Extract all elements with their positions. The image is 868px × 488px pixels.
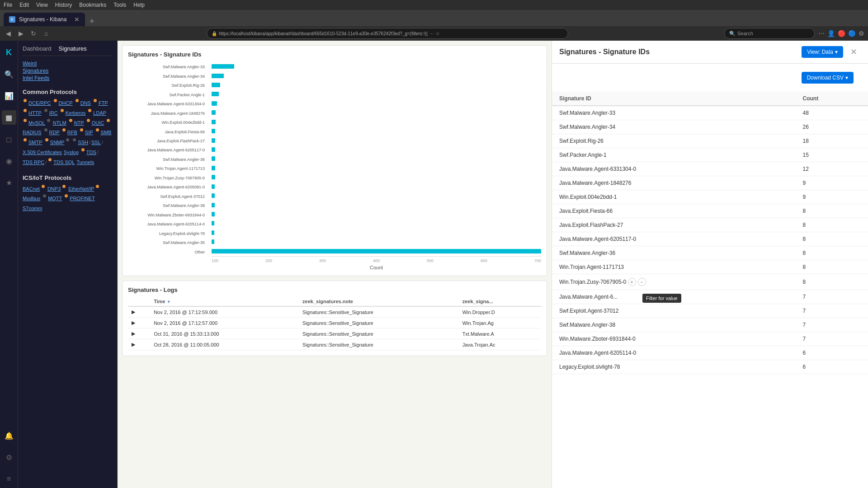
protocol-tds-sql[interactable]: TDS SQL (53, 158, 75, 167)
sidebar-icon-settings[interactable]: ⚙ (2, 450, 16, 465)
bar-row-7[interactable] (212, 128, 541, 134)
protocol-ntp[interactable]: NTP (74, 119, 84, 128)
protocol-modbus[interactable]: Modbus (23, 194, 40, 203)
protocol-bacnet[interactable]: BACnet (23, 185, 40, 194)
time-col-header[interactable]: Time ▼ (150, 297, 299, 306)
protocol-ntlm[interactable]: NTLM (53, 119, 66, 128)
bar-row-5[interactable] (212, 109, 541, 116)
protocol-ssh[interactable]: SSH (78, 138, 88, 147)
bar-row-9[interactable] (212, 146, 541, 153)
extensions-icon[interactable]: ⋯ (818, 30, 825, 37)
bar-row-6[interactable] (212, 119, 541, 125)
active-tab[interactable]: K Signatures - Kibana ✕ (4, 13, 85, 26)
protocol-http[interactable]: HTTP (28, 109, 42, 118)
protocol-dnp3[interactable]: DNP3 (47, 185, 61, 194)
sidebar-icon-canvas[interactable]: ◻ (2, 132, 16, 146)
profile-icon[interactable]: 👤 (827, 30, 835, 37)
bar-row-3[interactable] (212, 91, 541, 97)
protocol-irc[interactable]: IRC (49, 109, 58, 118)
bar-row-13[interactable] (212, 183, 541, 190)
protocol-tds-rpc[interactable]: TDS RPC (23, 158, 44, 167)
protocol-dns[interactable]: DNS (80, 99, 91, 108)
refresh-button[interactable]: ↻ (29, 30, 38, 37)
protocol-kerberos[interactable]: Kerberos (66, 109, 86, 118)
forward-button[interactable]: ▶ (16, 30, 25, 37)
bar-row-15[interactable] (212, 202, 541, 208)
menu-edit[interactable]: Edit (19, 2, 29, 8)
expand-btn-2[interactable]: ▶ (128, 328, 150, 339)
protocol-rdp[interactable]: RDP (49, 128, 60, 137)
bar-row-18[interactable] (212, 230, 541, 236)
bar-row-19[interactable] (212, 239, 541, 245)
bar-row-1[interactable] (212, 73, 541, 79)
bar-row-17[interactable] (212, 220, 541, 226)
addon-icon-2[interactable]: 🔵 (848, 30, 856, 37)
protocol-snmp[interactable]: SNMP (50, 138, 65, 147)
back-button[interactable]: ◀ (4, 30, 13, 37)
protocol-mqtt[interactable]: MQTT (48, 194, 62, 203)
protocol-tds[interactable]: TDS (86, 148, 96, 157)
sidebar-icon-maps[interactable]: ◉ (2, 154, 16, 168)
breadcrumb-signatures[interactable]: Signatures (59, 45, 87, 52)
filter-out-value-button[interactable]: − (638, 278, 646, 286)
expand-btn-3[interactable]: ▶ (128, 339, 150, 350)
protocol-profinet[interactable]: PROFINET (70, 194, 95, 203)
expand-btn-0[interactable]: ▶ (128, 306, 150, 318)
sidebar-icon-dashboard[interactable]: ▦ (2, 110, 16, 125)
breadcrumb-dashboard[interactable]: Dashboard (23, 45, 52, 52)
protocol-ssl[interactable]: SSL (91, 138, 101, 147)
new-tab-button[interactable]: + (86, 17, 98, 26)
bar-row-4[interactable] (212, 100, 541, 107)
bar-row-16[interactable] (212, 211, 541, 217)
sidebar-icon-visualize[interactable]: 📊 (2, 89, 16, 103)
view-data-button[interactable]: View: Data ▾ (802, 46, 843, 58)
protocol-dce-rpc[interactable]: DCE/RPC (28, 99, 51, 108)
close-right-panel-button[interactable]: ✕ (847, 47, 861, 57)
sidebar-icon-alerts[interactable]: 🔔 (2, 428, 16, 443)
url-options[interactable]: ··· (429, 31, 434, 36)
bar-row-2[interactable] (212, 82, 541, 88)
protocol-quic[interactable]: QUIC (92, 119, 104, 128)
protocol-dhcp[interactable]: DHCP (59, 99, 73, 108)
protocol-syslog[interactable]: Syslog (64, 148, 79, 157)
menu-tools[interactable]: Tools (113, 2, 126, 8)
nav-signatures[interactable]: Signatures (23, 68, 113, 74)
sidebar-icon-discover[interactable]: 🔍 (2, 67, 16, 81)
url-bar[interactable]: 🔒 https://localhost/kibana/app/kibana#/d… (207, 28, 568, 39)
bar-row-other[interactable] (212, 248, 541, 254)
bookmark-icon[interactable]: ☆ (435, 31, 440, 37)
protocol-tunnels[interactable]: Tunnels (76, 158, 94, 167)
menu-history[interactable]: History (55, 2, 72, 8)
bar-row-12[interactable] (212, 174, 541, 180)
protocol-radius[interactable]: RADIUS (23, 128, 42, 137)
bar-row-14[interactable] (212, 192, 541, 199)
protocol-x509[interactable]: X.509 Certificates (23, 148, 62, 157)
bar-row-10[interactable] (212, 155, 541, 162)
protocol-smtp[interactable]: SMTP (28, 138, 42, 147)
kibana-logo-icon[interactable]: K (2, 45, 16, 60)
addon-icon-1[interactable]: 🔴 (838, 30, 845, 37)
home-button[interactable]: ⌂ (42, 30, 51, 37)
nav-weird[interactable]: Weird (23, 61, 113, 67)
menu-help[interactable]: Help (133, 2, 145, 8)
menu-file[interactable]: File (4, 2, 12, 8)
protocol-smb[interactable]: SMB (101, 128, 112, 137)
nav-intel-feeds[interactable]: Intel Feeds (23, 75, 113, 81)
protocol-ethernetip[interactable]: EtherNet/IP (68, 185, 94, 194)
protocol-ftp[interactable]: FTP (99, 99, 108, 108)
menu-bookmarks[interactable]: Bookmarks (79, 2, 106, 8)
addon-icon-3[interactable]: ⚙ (859, 30, 864, 37)
filter-for-value-button[interactable]: + (628, 278, 636, 286)
expand-btn-1[interactable]: ▶ (128, 318, 150, 328)
protocol-s7comm[interactable]: S7comm (23, 204, 42, 213)
protocol-mysql[interactable]: MySQL (28, 119, 45, 128)
sidebar-icon-collapse[interactable]: ≡ (2, 472, 16, 486)
sidebar-icon-ml[interactable]: ★ (2, 175, 16, 190)
protocol-ldap[interactable]: LDAP (93, 109, 106, 118)
download-csv-button[interactable]: Download CSV ▾ (802, 72, 854, 84)
bar-row-8[interactable] (212, 137, 541, 144)
close-tab-button[interactable]: ✕ (74, 16, 80, 23)
protocol-rfb[interactable]: RFB (67, 128, 77, 137)
bar-row-11[interactable] (212, 165, 541, 171)
browser-search-box[interactable]: 🔍 Search (724, 28, 815, 39)
